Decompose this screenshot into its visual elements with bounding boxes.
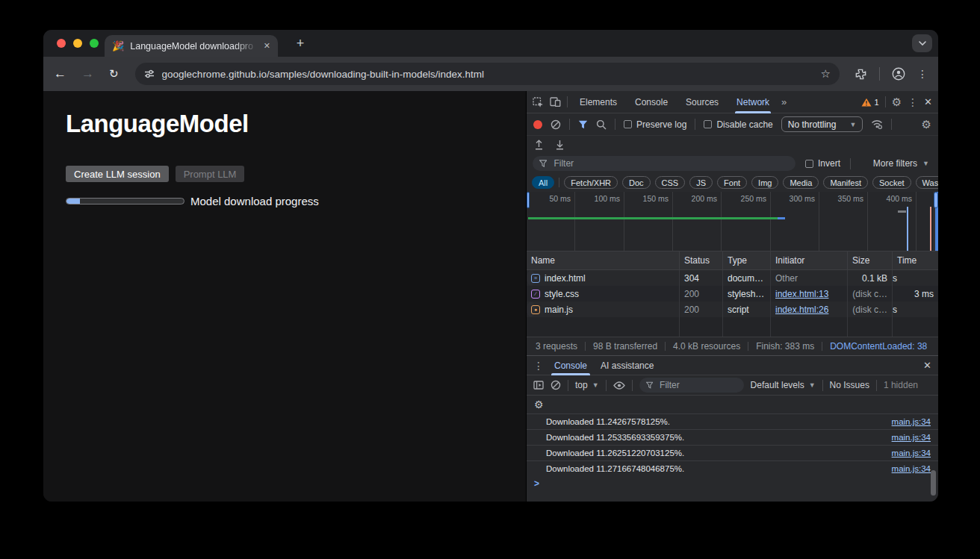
back-icon[interactable]: ← [54, 66, 66, 81]
drawer-tab-console[interactable]: Console [551, 356, 590, 375]
initiator-link[interactable]: index.html:13 [775, 289, 828, 299]
issues-warning[interactable]: 1 [861, 98, 879, 107]
table-empty-area [527, 317, 938, 337]
devtools-settings-gear-icon[interactable]: ⚙ [892, 96, 902, 107]
tab-elements[interactable]: Elements [574, 91, 623, 113]
column-header-status[interactable]: Status [680, 252, 723, 269]
chip-media[interactable]: Media [783, 176, 819, 189]
more-filters-dropdown[interactable]: More filters ▼ [873, 158, 932, 169]
timeline-right-handle-cap[interactable] [934, 192, 938, 208]
hidden-messages-count[interactable]: 1 hidden [884, 380, 918, 390]
devtools-close-icon[interactable]: ✕ [924, 96, 932, 107]
source-link[interactable]: main.js:34 [892, 433, 931, 442]
no-issues-label[interactable]: No Issues [830, 380, 869, 390]
network-summary-bar: 3 requests 98 B transferred 4.0 kB resou… [527, 337, 938, 355]
record-network-log-icon[interactable] [533, 120, 542, 129]
network-conditions-icon[interactable] [871, 119, 883, 129]
drawer-menu-kebab-icon[interactable]: ⋮ [533, 360, 544, 371]
console-message[interactable]: Downloaded 11.25335693359375%. main.js:3… [527, 429, 938, 445]
console-message[interactable]: Downloaded 11.27166748046875%. main.js:3… [527, 460, 938, 476]
browser-tab[interactable]: 🎉 LanguageModel downloadpro ✕ [105, 35, 278, 57]
console-sidebar-toggle-icon[interactable] [533, 381, 544, 390]
har-actions-row [527, 136, 938, 154]
extensions-puzzle-icon[interactable] [855, 68, 867, 81]
devtools-menu-kebab-icon[interactable]: ⋮ [908, 97, 918, 107]
table-row[interactable]: ≡index.html 304 docum… Other 0.1 kB 243 … [527, 270, 536, 286]
table-row[interactable]: ∕style.css 200 stylesh… index.html:13 (d… [527, 286, 938, 302]
disable-cache-checkbox[interactable]: Disable cache [704, 119, 772, 130]
context-value: top [575, 380, 588, 390]
new-tab-button[interactable]: + [291, 34, 309, 52]
chip-manifest[interactable]: Manifest [823, 176, 868, 189]
browser-menu-kebab-icon[interactable]: ⋮ [917, 69, 928, 79]
table-row[interactable]: ●main.js 200 script index.html:26 (disk … [527, 302, 536, 317]
forward-icon[interactable]: → [81, 66, 94, 81]
device-toolbar-icon[interactable] [550, 97, 561, 107]
import-har-icon[interactable] [534, 140, 544, 150]
toolbar-right: ⋮ [855, 67, 928, 81]
source-link[interactable]: main.js:34 [892, 417, 931, 426]
tab-network[interactable]: Network [731, 91, 775, 113]
tab-console[interactable]: Console [629, 91, 674, 113]
drawer-close-icon[interactable]: ✕ [923, 360, 931, 371]
console-scrollbar-thumb[interactable] [931, 470, 936, 496]
export-har-icon[interactable] [555, 140, 565, 150]
live-expression-eye-icon[interactable] [613, 381, 625, 390]
console-message[interactable]: Downloaded 11.24267578125%. main.js:34 [527, 413, 938, 429]
column-header-time[interactable]: Time [893, 252, 938, 269]
profile-avatar-icon[interactable] [892, 67, 905, 81]
network-timeline-overview[interactable]: 50 ms 100 ms 150 ms 200 ms 250 ms 300 ms… [527, 192, 938, 252]
console-filter-input-pill[interactable] [639, 378, 744, 393]
column-header-type[interactable]: Type [723, 252, 771, 269]
invert-checkbox[interactable]: Invert [805, 158, 840, 169]
create-llm-session-button[interactable]: Create LLM session [66, 166, 169, 182]
request-name: index.html [545, 273, 586, 284]
request-type: stylesh… [723, 286, 771, 302]
chip-doc[interactable]: Doc [622, 176, 651, 189]
execution-context-dropdown[interactable]: top ▼ [575, 380, 599, 390]
preserve-log-checkbox[interactable]: Preserve log [624, 119, 686, 130]
clear-console-icon[interactable] [551, 380, 561, 390]
network-settings-gear-icon[interactable]: ⚙ [922, 119, 931, 130]
source-link[interactable]: main.js:34 [892, 449, 931, 457]
chip-all[interactable]: All [532, 176, 554, 189]
minimize-window-button[interactable] [73, 39, 82, 48]
prompt-llm-button[interactable]: Prompt LLM [176, 166, 245, 182]
reload-icon[interactable]: ↻ [109, 67, 119, 81]
initiator-link[interactable]: index.html:26 [775, 305, 828, 315]
chip-socket[interactable]: Socket [872, 176, 911, 189]
tab-search-chevron-button[interactable] [912, 34, 932, 52]
chip-wasm[interactable]: Wasm [916, 176, 938, 189]
chip-fetch-xhr[interactable]: Fetch/XHR [564, 176, 618, 189]
site-settings-icon[interactable] [144, 69, 155, 79]
network-filter-input-pill[interactable] [533, 156, 796, 171]
filter-funnel-icon[interactable] [578, 120, 588, 129]
console-prompt[interactable]: > [527, 476, 938, 491]
column-header-name[interactable]: Name [527, 252, 680, 269]
maximize-window-button[interactable] [90, 39, 99, 48]
close-window-button[interactable] [57, 39, 66, 48]
tab-close-icon[interactable]: ✕ [264, 41, 270, 51]
drawer-tab-ai-assistance[interactable]: AI assistance [598, 356, 657, 375]
network-filter-input[interactable] [552, 157, 789, 169]
search-icon[interactable] [596, 119, 607, 130]
column-header-initiator[interactable]: Initiator [771, 252, 848, 269]
chip-js[interactable]: JS [689, 176, 713, 189]
clear-network-log-icon[interactable] [551, 119, 561, 130]
column-header-size[interactable]: Size [848, 252, 893, 269]
chip-img[interactable]: Img [751, 176, 778, 189]
console-filter-input[interactable] [658, 379, 737, 391]
source-link[interactable]: main.js:34 [892, 464, 931, 473]
log-levels-dropdown[interactable]: Default levels ▼ [751, 380, 816, 390]
more-tabs-icon[interactable]: » [781, 96, 787, 107]
console-settings-gear-icon[interactable]: ⚙ [534, 399, 544, 410]
chip-css[interactable]: CSS [655, 176, 686, 189]
console-message[interactable]: Downloaded 11.26251220703125%. main.js:3… [527, 445, 938, 460]
chip-font[interactable]: Font [717, 176, 747, 189]
inspect-element-icon[interactable] [533, 97, 544, 107]
tab-sources[interactable]: Sources [680, 91, 725, 113]
bookmark-star-icon[interactable]: ☆ [821, 67, 831, 81]
throttling-dropdown[interactable]: No throttling ▼ [781, 116, 863, 132]
timeline-left-handle[interactable] [527, 192, 530, 208]
omnibox[interactable]: googlechrome.github.io/samples/downloadi… [135, 63, 840, 85]
